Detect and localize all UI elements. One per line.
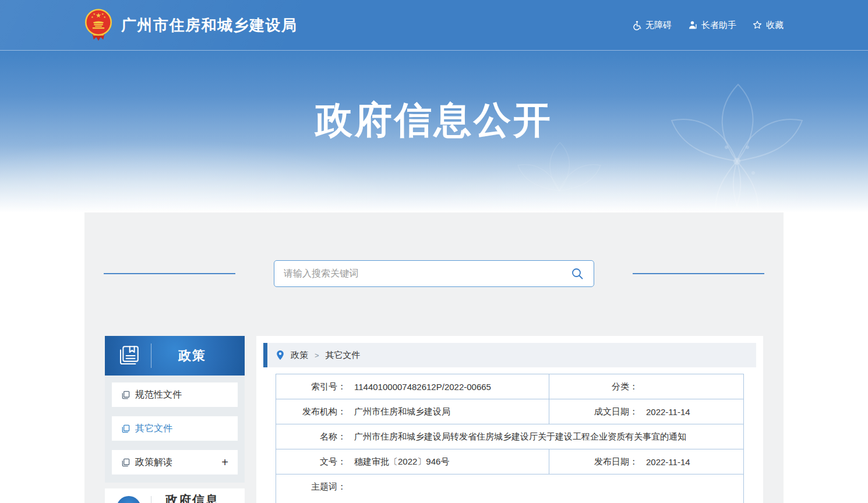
- breadcrumb-separator: >: [315, 351, 319, 360]
- field-value: 11440100007482612P/2022-00665: [354, 382, 491, 392]
- sidebar: 政策 规范性文件: [105, 336, 245, 503]
- site-title: 广州市住房和城乡建设局: [121, 15, 298, 36]
- document-icon: [121, 458, 130, 467]
- page-title: 政府信息公开: [84, 51, 784, 146]
- content-container: 政策 规范性文件: [84, 212, 784, 503]
- top-header-bar: 广州市住房和城乡建设局 无障碍 长: [0, 0, 868, 51]
- main-panel: 政策 > 其它文件 索引号： 11440100007482612P/2022-0…: [256, 336, 763, 503]
- book-icon: [117, 343, 141, 368]
- field-label: 分类：: [549, 381, 638, 392]
- table-row: 文号： 穗建审批〔2022〕946号 发布日期： 2022-11-14: [276, 449, 743, 474]
- document-icon: [121, 391, 130, 399]
- expand-plus-icon[interactable]: +: [221, 456, 228, 468]
- search-icon: [571, 267, 584, 280]
- search-box: [274, 260, 594, 287]
- page: 广州市住房和城乡建设局 无障碍 长: [0, 0, 868, 503]
- breadcrumb: 政策 > 其它文件: [263, 343, 756, 367]
- national-emblem-icon: [84, 9, 112, 41]
- table-cell-publish-date: 发布日期： 2022-11-14: [549, 449, 743, 474]
- sidebar-section-title: 政府信息公开: [163, 492, 221, 503]
- field-label: 成文日期：: [549, 406, 638, 417]
- table-row: 索引号： 11440100007482612P/2022-00665 分类：: [276, 374, 743, 399]
- field-label: 主题词：: [276, 481, 346, 493]
- search-button[interactable]: [570, 267, 584, 281]
- table-cell-category: 分类：: [549, 374, 743, 399]
- table-row: 名称： 广州市住房和城乡建设局转发省住房城乡建设厅关于建设工程企业资质有关事宜的…: [276, 424, 743, 449]
- sidebar-section-title: 政策: [178, 347, 206, 364]
- table-cell-keywords: 主题词：: [276, 474, 743, 503]
- accessibility-link[interactable]: 无障碍: [631, 20, 672, 31]
- sidebar-section-policy[interactable]: 政策: [105, 336, 245, 376]
- table-cell-document-number: 文号： 穗建审批〔2022〕946号: [276, 449, 549, 474]
- sidebar-menu: 规范性文件 其它文件: [105, 376, 245, 483]
- field-label: 文号：: [276, 456, 346, 467]
- sidebar-item-label: 政策解读: [135, 456, 172, 469]
- banner: 政府信息公开: [0, 51, 868, 212]
- breadcrumb-item-policy[interactable]: 政策: [291, 350, 308, 361]
- field-label: 发布日期：: [549, 456, 638, 467]
- divider: [151, 343, 151, 368]
- left-decorative-line: [104, 273, 235, 274]
- field-value: 广州市住房和城乡建设局: [354, 406, 450, 417]
- sidebar-section-government-info[interactable]: 政府信息公开: [105, 488, 245, 503]
- divider: [151, 496, 151, 503]
- sidebar-item-label: 规范性文件: [135, 389, 182, 401]
- elder-assistant-label: 长者助手: [701, 20, 736, 31]
- breadcrumb-item-other-documents[interactable]: 其它文件: [326, 350, 361, 361]
- sidebar-item-label: 其它文件: [135, 423, 172, 435]
- field-label: 发布机构：: [276, 406, 346, 417]
- table-cell-document-name: 名称： 广州市住房和城乡建设局转发省住房城乡建设厅关于建设工程企业资质有关事宜的…: [276, 424, 743, 449]
- field-label: 索引号：: [276, 381, 346, 392]
- top-links: 无障碍 长者助手 收藏: [631, 20, 784, 31]
- sidebar-item-policy-interpretation[interactable]: 政策解读 +: [112, 450, 238, 474]
- search-section: [84, 212, 784, 287]
- location-pin-icon: [276, 350, 284, 360]
- document-icon: [121, 424, 130, 433]
- accessibility-label: 无障碍: [645, 20, 672, 31]
- field-value: 穗建审批〔2022〕946号: [354, 456, 449, 467]
- accessibility-icon: [631, 20, 641, 30]
- table-row: 主题词：: [276, 474, 743, 503]
- field-value: 广州市住房和城乡建设局转发省住房城乡建设厅关于建设工程企业资质有关事宜的通知: [354, 431, 686, 442]
- elder-assistant-icon: [688, 20, 697, 30]
- government-info-icon: [117, 496, 141, 503]
- elder-assistant-link[interactable]: 长者助手: [688, 20, 736, 31]
- favorite-label: 收藏: [766, 20, 784, 31]
- favorite-link[interactable]: 收藏: [753, 20, 784, 31]
- field-label: 名称：: [276, 431, 346, 442]
- sidebar-item-normative-documents[interactable]: 规范性文件: [112, 382, 238, 407]
- sidebar-item-other-documents[interactable]: 其它文件: [112, 416, 238, 441]
- document-meta-table: 索引号： 11440100007482612P/2022-00665 分类： 发…: [276, 374, 744, 503]
- search-input[interactable]: [284, 268, 570, 279]
- right-decorative-line: [633, 273, 764, 274]
- field-value: 2022-11-14: [646, 407, 690, 417]
- star-icon: [753, 20, 762, 30]
- field-value: 2022-11-14: [646, 457, 690, 467]
- table-cell-issuing-agency: 发布机构： 广州市住房和城乡建设局: [276, 399, 549, 424]
- table-cell-index-no: 索引号： 11440100007482612P/2022-00665: [276, 374, 549, 399]
- table-cell-written-date: 成文日期： 2022-11-14: [549, 399, 743, 424]
- site-logo[interactable]: 广州市住房和城乡建设局: [84, 9, 298, 41]
- table-row: 发布机构： 广州市住房和城乡建设局 成文日期： 2022-11-14: [276, 399, 743, 424]
